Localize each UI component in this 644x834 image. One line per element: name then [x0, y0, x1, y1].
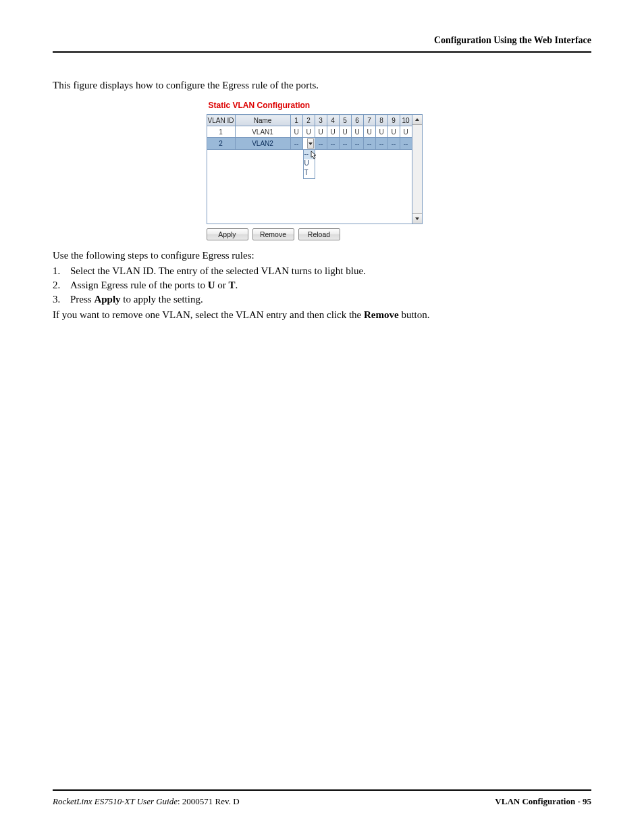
- port-cell[interactable]: --: [290, 138, 302, 150]
- col-header-id: VLAN ID: [207, 115, 235, 126]
- step-text: Select the VLAN ID. The entry of the sel…: [70, 265, 366, 277]
- table-header-row: VLAN ID Name 1 2 3 4 5 6 7 8 9 10: [207, 115, 412, 126]
- cursor-icon: [311, 151, 317, 159]
- col-header-port-9: 9: [387, 115, 400, 126]
- port-cell[interactable]: --: [363, 138, 375, 150]
- doc-rev: : 2000571 Rev. D: [178, 796, 240, 806]
- vertical-scrollbar[interactable]: [412, 114, 423, 224]
- col-header-port-10: 10: [400, 115, 412, 126]
- config-title: Static VLAN Configuration: [207, 101, 438, 110]
- dropdown-option[interactable]: T: [304, 169, 315, 178]
- product-name: RocketLinx ES7510-XT User Guide: [53, 796, 178, 806]
- table-row[interactable]: 1 VLAN1 U U U U U U U U U U: [207, 126, 412, 138]
- port-cell[interactable]: U: [387, 126, 400, 138]
- port-cell[interactable]: --: [339, 138, 351, 150]
- intro-text: This figure displays how to configure th…: [53, 80, 591, 91]
- list-item: 2. Assign Egress rule of the ports to U …: [53, 280, 591, 291]
- vlan-name-cell: VLAN1: [235, 126, 290, 138]
- port-cell[interactable]: U: [315, 126, 327, 138]
- reload-button[interactable]: Reload: [298, 228, 340, 240]
- col-header-name: Name: [235, 115, 290, 126]
- steps-intro: Use the following steps to configure Egr…: [53, 250, 591, 261]
- table-with-scrollbar: VLAN ID Name 1 2 3 4 5 6 7 8 9 10 1 VL: [207, 114, 438, 224]
- footer-right: VLAN Configuration - 95: [495, 796, 591, 807]
- scroll-down-button[interactable]: [412, 213, 422, 224]
- port-cell[interactable]: --: [327, 138, 339, 150]
- page-section: VLAN Configuration - 95: [495, 796, 591, 806]
- vlan-table: VLAN ID Name 1 2 3 4 5 6 7 8 9 10 1 VL: [207, 114, 412, 224]
- step-number: 1.: [53, 265, 70, 277]
- chevron-down-icon[interactable]: [307, 138, 314, 149]
- col-header-port-3: 3: [315, 115, 327, 126]
- table-row[interactable]: 2 VLAN2 -- --: [207, 138, 412, 150]
- step-number: 2.: [53, 280, 70, 291]
- port-cell[interactable]: U: [351, 126, 363, 138]
- dropdown-option[interactable]: --: [304, 150, 315, 159]
- scroll-up-button[interactable]: [412, 115, 422, 125]
- list-item: 1. Select the VLAN ID. The entry of the …: [53, 265, 591, 277]
- port-cell[interactable]: --: [315, 138, 327, 150]
- port-cell[interactable]: U: [400, 126, 412, 138]
- port-cell-dropdown[interactable]: -- U T: [302, 138, 315, 150]
- button-row: Apply Remove Reload: [207, 228, 438, 240]
- remove-note: If you want to remove one VLAN, select t…: [53, 309, 591, 321]
- col-header-port-8: 8: [375, 115, 387, 126]
- port-cell[interactable]: U: [375, 126, 387, 138]
- port-cell[interactable]: --: [387, 138, 400, 150]
- egress-dropdown-popup[interactable]: -- U T: [303, 149, 315, 179]
- vlan-config-screenshot: Static VLAN Configuration VLAN ID Name 1…: [207, 101, 438, 240]
- list-item: 3. Press Apply to apply the setting.: [53, 294, 591, 305]
- port-cell[interactable]: U: [363, 126, 375, 138]
- page-footer: RocketLinx ES7510-XT User Guide: 2000571…: [53, 789, 591, 807]
- step-text: Assign Egress rule of the ports to U or …: [70, 280, 238, 291]
- header-title: Configuration Using the Web Interface: [434, 35, 591, 45]
- vlan-id-cell[interactable]: 1: [207, 126, 235, 138]
- port-cell[interactable]: --: [375, 138, 387, 150]
- col-header-port-1: 1: [290, 115, 302, 126]
- steps-list: 1. Select the VLAN ID. The entry of the …: [53, 265, 591, 305]
- vlan-name-cell: VLAN2: [235, 138, 290, 150]
- dropdown-option[interactable]: U: [304, 159, 315, 169]
- egress-select[interactable]: [303, 138, 315, 149]
- col-header-port-7: 7: [363, 115, 375, 126]
- col-header-port-4: 4: [327, 115, 339, 126]
- step-number: 3.: [53, 294, 70, 305]
- port-cell[interactable]: --: [351, 138, 363, 150]
- page-header: Configuration Using the Web Interface: [53, 35, 591, 53]
- step-text: Press Apply to apply the setting.: [70, 294, 203, 305]
- port-cell[interactable]: U: [327, 126, 339, 138]
- scroll-track[interactable]: [412, 125, 422, 213]
- col-header-port-6: 6: [351, 115, 363, 126]
- col-header-port-2: 2: [302, 115, 315, 126]
- apply-button[interactable]: Apply: [207, 228, 248, 240]
- port-cell[interactable]: U: [339, 126, 351, 138]
- footer-left: RocketLinx ES7510-XT User Guide: 2000571…: [53, 796, 240, 807]
- vlan-id-cell[interactable]: 2: [207, 138, 235, 150]
- port-cell[interactable]: U: [302, 126, 315, 138]
- remove-button[interactable]: Remove: [252, 228, 294, 240]
- port-cell[interactable]: U: [290, 126, 302, 138]
- port-cell[interactable]: --: [400, 138, 412, 150]
- col-header-port-5: 5: [339, 115, 351, 126]
